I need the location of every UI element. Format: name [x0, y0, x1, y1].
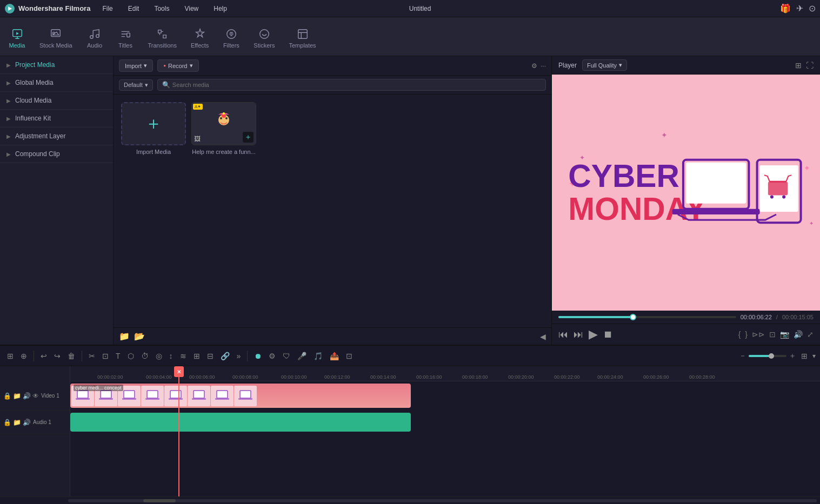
menu-file[interactable]: File: [99, 4, 116, 14]
menu-help[interactable]: Help: [210, 4, 230, 14]
search-box[interactable]: 🔍: [157, 79, 546, 91]
ungroup-icon[interactable]: ⊟: [204, 350, 216, 362]
tool-effects[interactable]: Effects: [184, 21, 215, 56]
import-button[interactable]: Import ▾: [119, 59, 153, 72]
filter-icon[interactable]: ⚙: [531, 62, 537, 70]
audio-track-folder-icon[interactable]: 📁: [13, 419, 21, 426]
sidebar-item-cloud-media[interactable]: ▶ Cloud Media: [0, 92, 113, 110]
zoom-slider[interactable]: [749, 355, 786, 357]
pip-icon[interactable]: ⊡: [343, 350, 355, 362]
tool-filters[interactable]: Filters: [216, 21, 246, 56]
magnetic-tool-icon[interactable]: ⊕: [18, 350, 30, 362]
account-icon[interactable]: ⊙: [809, 3, 816, 14]
ai-badge: A✦: [193, 104, 203, 110]
add-to-timeline-icon[interactable]: ＋: [243, 132, 254, 143]
more-icon[interactable]: ···: [541, 62, 546, 70]
group-icon[interactable]: ⊞: [191, 350, 203, 362]
grid-layout-icon[interactable]: ⊞: [798, 350, 810, 362]
audio-sync-icon[interactable]: ≋: [177, 350, 189, 362]
shield-icon[interactable]: 🛡: [280, 350, 293, 362]
tool-templates[interactable]: Templates: [282, 21, 322, 56]
grid-view-icon[interactable]: ⊞: [795, 61, 802, 70]
snapshot-icon[interactable]: 📷: [780, 330, 789, 339]
step-back-icon[interactable]: ⏭: [574, 329, 583, 340]
media-toolbar-right: ⚙ ···: [531, 62, 546, 70]
quality-dropdown[interactable]: Full Quality ▾: [582, 59, 627, 71]
out-point-icon[interactable]: }: [745, 330, 748, 339]
tool-media[interactable]: Media: [2, 21, 32, 56]
fullscreen-icon[interactable]: ⤢: [807, 330, 814, 339]
folder-add-icon[interactable]: 📂: [134, 331, 145, 341]
scroll-thumb[interactable]: [143, 499, 176, 502]
tool-stock-media[interactable]: Stock Media: [33, 21, 79, 56]
sidebar-item-influence-kit[interactable]: ▶ Influence Kit: [0, 110, 113, 127]
insert-icon[interactable]: ⊳⊳: [752, 330, 765, 339]
redo-icon[interactable]: ↪: [51, 350, 63, 362]
ts-1: 00:00:02:00: [97, 374, 123, 380]
media-clip-card[interactable]: A✦ 🖼 ＋ Help me create a funn...: [191, 102, 256, 155]
track-mute-icon[interactable]: 🔊: [23, 392, 31, 400]
video-clip[interactable]: cyber medi... concept: [70, 384, 411, 408]
mic-icon[interactable]: 🎤: [295, 350, 309, 362]
undo-icon[interactable]: ↩: [38, 350, 50, 362]
text-tool-icon[interactable]: T: [113, 350, 123, 362]
sidebar-item-adjustment-layer[interactable]: ▶ Adjustment Layer: [0, 127, 113, 145]
track-add-icon[interactable]: 📁: [13, 392, 21, 400]
zoom-in-icon[interactable]: ＋: [789, 351, 796, 361]
sidebar-item-project-media[interactable]: ▶ Project Media: [0, 56, 113, 74]
progress-knob[interactable]: [630, 314, 636, 320]
import-media-card[interactable]: ＋ Import Media: [121, 102, 186, 155]
delete-icon[interactable]: 🗑: [65, 350, 78, 362]
audio-clip[interactable]: [70, 413, 411, 432]
menu-edit[interactable]: Edit: [125, 4, 143, 14]
track-lock-icon[interactable]: 🔒: [3, 392, 11, 400]
menu-tools[interactable]: Tools: [151, 4, 172, 14]
more-tl-icon[interactable]: »: [234, 350, 244, 362]
record-button[interactable]: ● Record ▾: [157, 59, 198, 72]
preview-controls: ⏮ ⏭ ▶ ⏹ { } ⊳⊳ ⊡ 📷 🔊 ⤢: [552, 324, 820, 345]
playhead[interactable]: ✕: [178, 366, 179, 496]
audio-mute-icon[interactable]: 🔊: [23, 419, 31, 426]
grid-dropdown-arrow[interactable]: ▾: [812, 352, 816, 360]
motion-icon[interactable]: ↕: [166, 350, 176, 362]
stop-icon[interactable]: ⏹: [603, 329, 613, 340]
export-icon[interactable]: 📤: [327, 350, 342, 362]
tool-stickers[interactable]: Stickers: [247, 21, 281, 56]
speed-icon[interactable]: ⏱: [138, 350, 151, 362]
svg-point-4: [90, 36, 94, 39]
zoom-out-icon[interactable]: －: [739, 351, 746, 361]
timeline-scrollbar[interactable]: [0, 496, 820, 504]
audio-level-icon[interactable]: 🔊: [794, 330, 803, 339]
crop-tool-icon[interactable]: ⊡: [99, 350, 111, 362]
audio-name-area: Audio 1: [33, 419, 51, 425]
collapse-panel-icon[interactable]: ◀: [540, 332, 546, 341]
audio-track-icon[interactable]: 🔒: [3, 419, 11, 426]
default-dropdown[interactable]: Default ▾: [119, 79, 153, 91]
crop-icon[interactable]: ⊡: [769, 330, 776, 339]
ai-remove-icon[interactable]: ◎: [153, 350, 165, 362]
menu-view[interactable]: View: [181, 4, 202, 14]
settings-tl-icon[interactable]: ⚙: [266, 350, 278, 362]
scroll-track[interactable]: [68, 499, 817, 502]
gift-icon[interactable]: 🎁: [780, 3, 791, 14]
select-tool-icon[interactable]: ⊞: [4, 350, 16, 362]
in-point-icon[interactable]: {: [738, 330, 741, 339]
tool-audio[interactable]: Audio: [80, 21, 110, 56]
transform-icon[interactable]: ⬡: [125, 350, 137, 362]
expand-icon[interactable]: ⛶: [806, 61, 814, 70]
new-folder-icon[interactable]: 📁: [119, 331, 130, 341]
link-icon[interactable]: 🔗: [218, 350, 232, 362]
progress-bar[interactable]: [558, 316, 736, 318]
tool-transitions[interactable]: Transitions: [142, 21, 183, 56]
play-icon[interactable]: ▶: [589, 327, 598, 341]
track-eye-icon[interactable]: 👁: [32, 392, 39, 400]
sidebar-item-global-media[interactable]: ▶ Global Media: [0, 74, 113, 92]
search-input[interactable]: [172, 82, 541, 88]
record-tl-icon[interactable]: ⏺: [251, 350, 264, 362]
tool-titles[interactable]: Titles: [111, 21, 141, 56]
split-icon[interactable]: ✂: [86, 350, 98, 362]
sidebar-item-compound-clip[interactable]: ▶ Compound Clip: [0, 145, 113, 163]
skip-back-icon[interactable]: ⏮: [558, 329, 568, 340]
music-icon[interactable]: 🎵: [311, 350, 325, 362]
send-icon[interactable]: ✈: [796, 3, 803, 14]
